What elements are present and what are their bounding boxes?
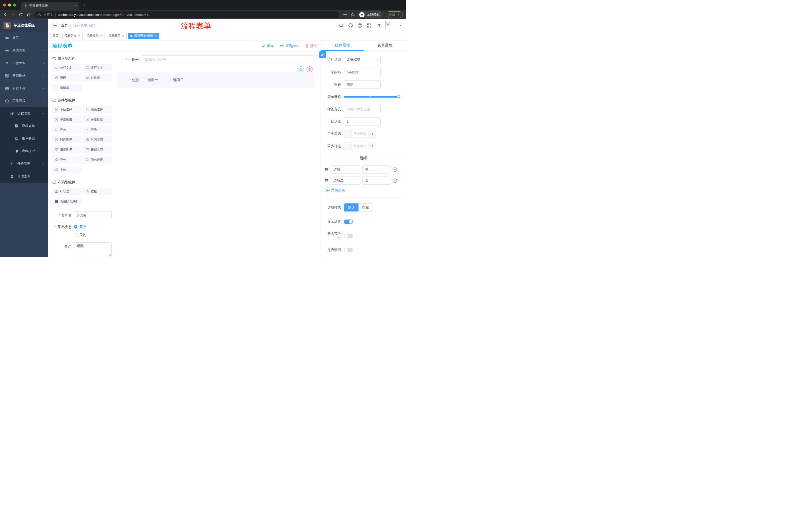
widget-password[interactable]: 密码 bbox=[52, 74, 82, 81]
close-window-button[interactable] bbox=[3, 3, 6, 6]
sidebar-item-user-groups[interactable]: 用户分组 bbox=[0, 132, 48, 145]
breadcrumb-home[interactable]: 首页 bbox=[61, 23, 68, 28]
widget-time-picker[interactable]: 时间选择 bbox=[52, 136, 82, 143]
widget-cascader[interactable]: 级联选择 bbox=[83, 106, 113, 113]
style-default-button[interactable]: 默认 bbox=[344, 204, 358, 212]
sidebar-item-home[interactable]: 首页 bbox=[0, 32, 48, 44]
bookmark-star-icon[interactable] bbox=[350, 12, 355, 17]
remove-option-button[interactable] bbox=[393, 178, 397, 183]
disabled-switch[interactable] bbox=[344, 248, 353, 252]
sidebar-item-leave-query[interactable]: 请假查询 bbox=[0, 170, 48, 183]
option-value-input[interactable]: 女 bbox=[362, 177, 390, 185]
widget-time-range[interactable]: 时间范围 bbox=[83, 136, 113, 143]
save-button[interactable]: 保存 bbox=[262, 44, 273, 48]
tag-process-form-edit[interactable]: 流程表单-编辑✕ bbox=[128, 33, 159, 39]
canvas-field-phone[interactable]: *手机号 请输入手机号 bbox=[118, 55, 314, 64]
forward-icon[interactable] bbox=[11, 12, 15, 17]
github-icon[interactable] bbox=[348, 23, 353, 28]
tab-close-icon[interactable]: ✕ bbox=[74, 4, 77, 8]
widget-switch[interactable]: 开关 bbox=[52, 126, 82, 133]
widget-radio-group[interactable]: 单选框组 bbox=[52, 116, 82, 123]
title-input[interactable]: 性别 bbox=[344, 80, 381, 88]
show-label-switch[interactable] bbox=[344, 219, 353, 224]
widget-date-picker[interactable]: 日期选择 bbox=[52, 146, 82, 154]
drag-handle-icon[interactable] bbox=[324, 167, 329, 172]
status-radio-on[interactable]: 开启 bbox=[74, 223, 86, 231]
sidebar-item-system[interactable]: 系统管理 bbox=[0, 44, 48, 57]
reload-icon[interactable] bbox=[19, 12, 23, 17]
widget-rate[interactable]: 评分 bbox=[52, 156, 82, 163]
sidebar-item-process-model[interactable]: 流程模型 bbox=[0, 145, 48, 157]
tag-home[interactable]: 首页 bbox=[50, 33, 61, 39]
password-key-icon[interactable] bbox=[343, 12, 347, 17]
status-radio-off[interactable]: 关闭 bbox=[74, 231, 86, 239]
stepper-increase-button[interactable]: + bbox=[369, 142, 376, 150]
sidebar-item-devtools[interactable]: 研发工具 bbox=[0, 82, 48, 94]
drag-handle-icon[interactable] bbox=[324, 179, 329, 183]
component-type-select[interactable]: 多选框组▾ bbox=[344, 56, 381, 64]
view-json-button[interactable]: 查看json bbox=[280, 44, 298, 48]
widget-multi-line-text[interactable]: 多行文本 bbox=[83, 64, 113, 72]
stepper-increase-button[interactable]: + bbox=[369, 130, 376, 138]
zoom-window-button[interactable] bbox=[13, 3, 16, 6]
design-canvas[interactable]: *手机号 请输入手机号 bbox=[115, 52, 321, 257]
widget-slider[interactable]: 滑块 bbox=[83, 126, 113, 133]
max-select-input[interactable]: 最多可选 bbox=[351, 142, 369, 150]
option-value-input[interactable]: 男 bbox=[362, 165, 390, 173]
tab-form-props[interactable]: 表单属性 bbox=[364, 40, 406, 51]
with-border-switch[interactable] bbox=[344, 234, 353, 238]
delete-component-button[interactable] bbox=[307, 66, 313, 73]
help-icon[interactable] bbox=[357, 23, 362, 28]
phone-input[interactable]: 请输入手机号 bbox=[142, 55, 314, 64]
form-name-input[interactable]: biubiu bbox=[74, 211, 112, 219]
update-browser-button[interactable]: 更新 ⋮ bbox=[386, 11, 403, 18]
canvas-field-gender-selected[interactable]: *性别 选项一 选项二 bbox=[118, 73, 314, 88]
widget-upload[interactable]: 上传 bbox=[52, 166, 82, 173]
min-select-input[interactable]: 至少应选 bbox=[351, 130, 369, 138]
address-bar[interactable]: 不安全 dashboard.yudao.iocoder.cn/bpm/manag… bbox=[34, 11, 340, 18]
sidebar-logo[interactable]: 芋道管理系统 bbox=[0, 19, 48, 32]
tag-close-icon[interactable]: ✕ bbox=[155, 34, 157, 37]
tab-component-props[interactable]: 组件属性 bbox=[321, 40, 364, 51]
widget-button[interactable]: 按钮 bbox=[83, 188, 113, 195]
widget-row-container[interactable]: 行容器 bbox=[52, 188, 82, 195]
stepper-decrease-button[interactable]: − bbox=[344, 142, 351, 150]
tag-close-icon[interactable]: ✕ bbox=[122, 34, 124, 37]
widget-table-dev[interactable]: 表格[开发中] bbox=[52, 198, 82, 205]
user-avatar[interactable] bbox=[385, 21, 395, 30]
tag-process-definition[interactable]: 流程定义✕ bbox=[62, 33, 83, 39]
clear-button[interactable]: 清空 bbox=[305, 44, 317, 48]
back-icon[interactable] bbox=[3, 12, 7, 17]
sidebar-item-workflow[interactable]: 工作流程 bbox=[0, 94, 48, 107]
tag-process-form[interactable]: 流程表单✕ bbox=[106, 33, 126, 39]
widget-select[interactable]: 下拉选择 bbox=[52, 106, 82, 113]
sidebar-item-process-form[interactable]: 流程表单 bbox=[0, 120, 48, 132]
style-button-button[interactable]: 按钮 bbox=[358, 204, 373, 212]
sidebar-item-infra[interactable]: 基础设施 bbox=[0, 70, 48, 82]
sidebar-collapse-icon[interactable] bbox=[52, 23, 57, 28]
browser-menu-icon[interactable]: ⋮ bbox=[397, 13, 400, 16]
font-size-icon[interactable]: TT bbox=[376, 23, 381, 28]
option-name-input[interactable]: 选项一 bbox=[330, 165, 360, 173]
remove-option-button[interactable] bbox=[393, 167, 397, 172]
duplicate-component-button[interactable] bbox=[298, 66, 304, 73]
gender-checkbox-option2[interactable]: 选项二 bbox=[167, 78, 183, 82]
tag-close-icon[interactable]: ✕ bbox=[78, 34, 80, 37]
avatar-caret-icon[interactable] bbox=[400, 24, 402, 27]
gender-checkbox-option1[interactable]: 选项一 bbox=[142, 78, 158, 82]
option-name-input[interactable]: 选项二 bbox=[330, 177, 360, 185]
search-icon[interactable] bbox=[339, 23, 344, 28]
sidebar-item-task-mgmt[interactable]: 任务管理 bbox=[0, 157, 48, 170]
stepper-decrease-button[interactable]: − bbox=[344, 130, 351, 138]
browser-tab[interactable]: 芋道管理系统 ✕ bbox=[21, 2, 79, 10]
field-name-input[interactable]: field122 bbox=[344, 68, 381, 76]
tag-close-icon[interactable]: ✕ bbox=[100, 34, 102, 37]
add-option-button[interactable]: 添加选项 bbox=[326, 188, 406, 193]
widget-date-range[interactable]: 日期范围 bbox=[83, 146, 113, 154]
widget-editor[interactable]: 编辑器 bbox=[52, 84, 82, 91]
home-icon[interactable] bbox=[26, 12, 31, 17]
minimize-window-button[interactable] bbox=[8, 3, 11, 6]
form-remark-textarea[interactable]: 嘿嘿 bbox=[74, 242, 112, 257]
sidebar-item-payment[interactable]: ¥ 支付管理 bbox=[0, 57, 48, 70]
field-link-button[interactable] bbox=[319, 51, 326, 58]
